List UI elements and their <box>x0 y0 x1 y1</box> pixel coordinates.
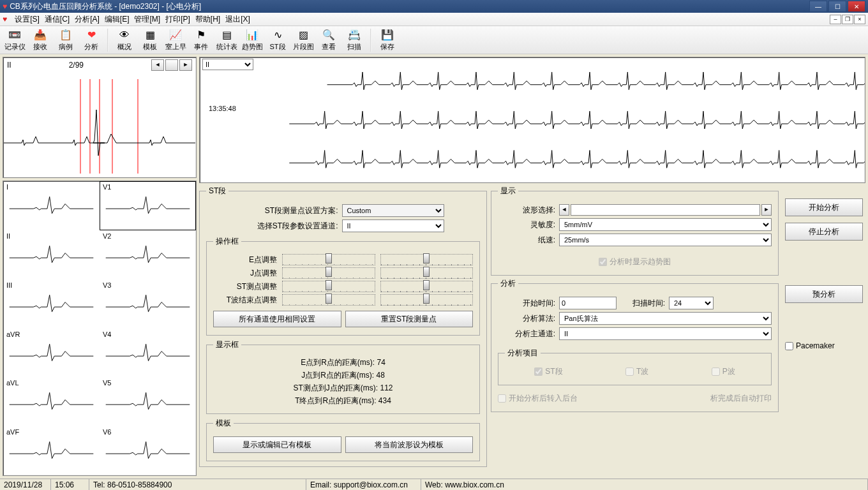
toolbar-统计表[interactable]: ▤统计表 <box>214 27 239 53</box>
show-template-button[interactable]: 显示或编辑已有模板 <box>213 436 341 453</box>
paper-speed-select[interactable]: 25mm/s <box>559 234 772 246</box>
lead-cell-V6[interactable]: V6 <box>100 426 196 475</box>
lead-label: V2 <box>103 232 111 240</box>
main-channel-select[interactable]: II <box>559 327 772 340</box>
controls-row: ST段 ST段测量点设置方案: Custom 选择ST段参数设置通道: II 操… <box>199 186 865 476</box>
mdi-restore[interactable]: ❐ <box>842 15 853 24</box>
st-all-channels-button[interactable]: 所有通道使用相同设置 <box>213 311 341 327</box>
slider-thumb[interactable] <box>326 253 332 264</box>
slider-track[interactable] <box>282 254 375 265</box>
toolbar-室上早[interactable]: 📈室上早 <box>163 27 188 53</box>
lead-cell-V2[interactable]: V2 <box>100 230 196 279</box>
menu-item[interactable]: 设置[S] <box>12 15 42 24</box>
wave-select[interactable]: ◄ ► <box>559 204 772 216</box>
slider-thumb[interactable] <box>326 267 332 277</box>
lead-cell-I[interactable]: I <box>3 181 100 230</box>
st-channel-select[interactable]: II <box>342 219 444 232</box>
slider-thumb[interactable] <box>423 280 430 290</box>
toolbar-label: 室上早 <box>165 42 186 52</box>
pager-next-button[interactable]: ► <box>179 59 192 71</box>
wave-scrollbar[interactable] <box>571 204 760 216</box>
beat-canvas[interactable] <box>3 73 196 175</box>
toolbar-记录仪[interactable]: 📼记录仪 <box>3 27 27 53</box>
menu-item[interactable]: 通信[C] <box>42 15 72 24</box>
menu-item[interactable]: 分析[A] <box>72 15 102 24</box>
menu-item[interactable]: 帮助[H] <box>193 15 223 24</box>
background-checkbox[interactable]: 开始分析后转入后台 <box>498 393 578 404</box>
toolbar-病例[interactable]: 📋病例 <box>54 27 78 53</box>
menu-item[interactable]: 打印[P] <box>163 15 193 24</box>
rhythm-panel: II 13:35:48 <box>199 57 865 183</box>
close-button[interactable]: ✕ <box>848 1 865 12</box>
slider-track[interactable] <box>380 254 474 265</box>
menu-item[interactable]: 退出[X] <box>223 15 253 24</box>
analysis-item-ST段[interactable]: ST段 <box>534 366 562 377</box>
wave-prev-button[interactable]: ◄ <box>559 204 569 216</box>
slider-thumb[interactable] <box>423 267 430 277</box>
slider-track[interactable] <box>282 267 375 279</box>
st-display-fieldset: 显示框 E点到R点的距离(ms): 74J点到R点的距离(ms): 48ST测点… <box>206 339 480 414</box>
lead-cell-aVR[interactable]: aVR <box>3 329 100 378</box>
slider-thumb[interactable] <box>326 293 332 304</box>
toolbar-片段图[interactable]: ▨片段图 <box>291 27 315 53</box>
menu-item[interactable]: 管理[M] <box>131 15 163 24</box>
slider-thumb[interactable] <box>423 253 430 264</box>
mdi-close[interactable]: × <box>854 15 865 24</box>
analysis-item-T波[interactable]: T波 <box>625 366 648 377</box>
wave-next-button[interactable]: ► <box>761 204 772 216</box>
slider-track[interactable] <box>282 294 375 306</box>
toolbar-分析[interactable]: ❤分析 <box>79 27 103 53</box>
slider-thumb[interactable] <box>423 293 430 304</box>
toolbar-label: 扫描 <box>347 42 361 52</box>
slider-track[interactable] <box>380 294 474 306</box>
toolbar-查看[interactable]: 🔍查看 <box>317 27 341 53</box>
lead-cell-aVL[interactable]: aVL <box>3 377 100 426</box>
analysis-item-P波[interactable]: P波 <box>712 366 735 377</box>
lead-cell-II[interactable]: II <box>3 230 100 279</box>
toolbar-icon: ▦ <box>144 29 156 41</box>
toolbar-扫描[interactable]: 📇扫描 <box>342 27 366 53</box>
status-web: Web: www.biox.com.cn <box>421 479 868 490</box>
minimize-button[interactable]: — <box>809 1 827 12</box>
set-template-button[interactable]: 将当前波形设为模板 <box>345 436 474 453</box>
st-reset-button[interactable]: 重置ST段测量点 <box>345 311 474 327</box>
lead-cell-III[interactable]: III <box>3 279 100 329</box>
rhythm-canvas[interactable] <box>200 69 865 182</box>
sensitivity-label: 灵敏度: <box>498 219 555 230</box>
pre-analysis-button[interactable]: 预分析 <box>785 285 863 303</box>
lead-cell-V4[interactable]: V4 <box>100 329 196 378</box>
toolbar-概况[interactable]: 👁概况 <box>112 27 137 53</box>
lead-cell-V5[interactable]: V5 <box>100 377 196 426</box>
pacemaker-checkbox[interactable]: Pacemaker <box>785 341 863 350</box>
show-trend-checkbox[interactable]: 分析时显示趋势图 <box>599 256 671 267</box>
start-time-input[interactable] <box>559 297 617 309</box>
scan-time-select[interactable]: 24 <box>669 297 714 309</box>
toolbar-icon: 💾 <box>381 29 394 41</box>
maximize-button[interactable]: ☐ <box>828 1 846 12</box>
toolbar-保存[interactable]: 💾保存 <box>375 27 400 53</box>
lead-cell-aVF[interactable]: aVF <box>3 426 100 475</box>
sensitivity-select[interactable]: 5mm/mV <box>559 218 772 231</box>
pager-stop-button[interactable] <box>165 59 178 71</box>
lead-cell-V1[interactable]: V1 <box>100 181 196 230</box>
toolbar-趋势图[interactable]: 📊趋势图 <box>240 27 264 53</box>
algorithm-select[interactable]: Pan氏算法 <box>559 312 772 325</box>
toolbar-接收[interactable]: 📥接收 <box>28 27 52 53</box>
slider-track[interactable] <box>282 281 375 292</box>
slider-track[interactable] <box>380 267 474 279</box>
pager-prev-button[interactable]: ◄ <box>151 59 164 71</box>
mdi-app-icon[interactable]: ♥ <box>3 15 7 24</box>
toolbar-事件[interactable]: ⚑事件 <box>189 27 213 53</box>
toolbar-模板[interactable]: ▦模板 <box>138 27 162 53</box>
st-plan-select[interactable]: Custom <box>342 204 444 217</box>
slider-thumb[interactable] <box>326 280 332 290</box>
mdi-minimize[interactable]: – <box>830 15 841 24</box>
toolbar-ST段[interactable]: ∿ST段 <box>266 27 290 53</box>
template-fieldset: 模板 显示或编辑已有模板 将当前波形设为模板 <box>206 418 480 461</box>
start-analysis-button[interactable]: 开始分析 <box>785 198 863 216</box>
lead-label: aVR <box>6 330 20 338</box>
stop-analysis-button[interactable]: 停止分析 <box>785 223 863 241</box>
lead-cell-V3[interactable]: V3 <box>100 279 196 329</box>
slider-track[interactable] <box>380 281 474 292</box>
menu-item[interactable]: 编辑[E] <box>102 15 132 24</box>
